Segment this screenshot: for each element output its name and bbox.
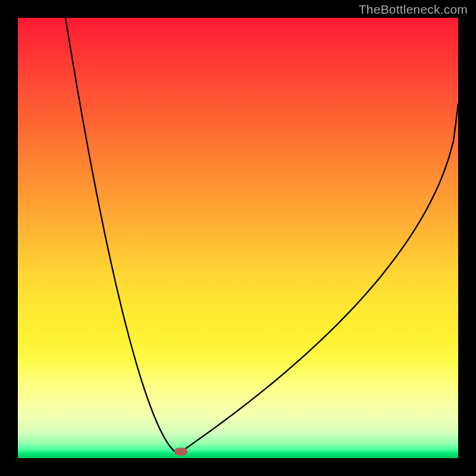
chart-frame: TheBottleneck.com xyxy=(0,0,476,476)
curve-svg xyxy=(18,18,458,458)
plot-area xyxy=(18,18,458,458)
watermark-text: TheBottleneck.com xyxy=(359,2,468,17)
bottleneck-curve xyxy=(65,18,458,453)
optimal-point-marker xyxy=(174,447,187,455)
